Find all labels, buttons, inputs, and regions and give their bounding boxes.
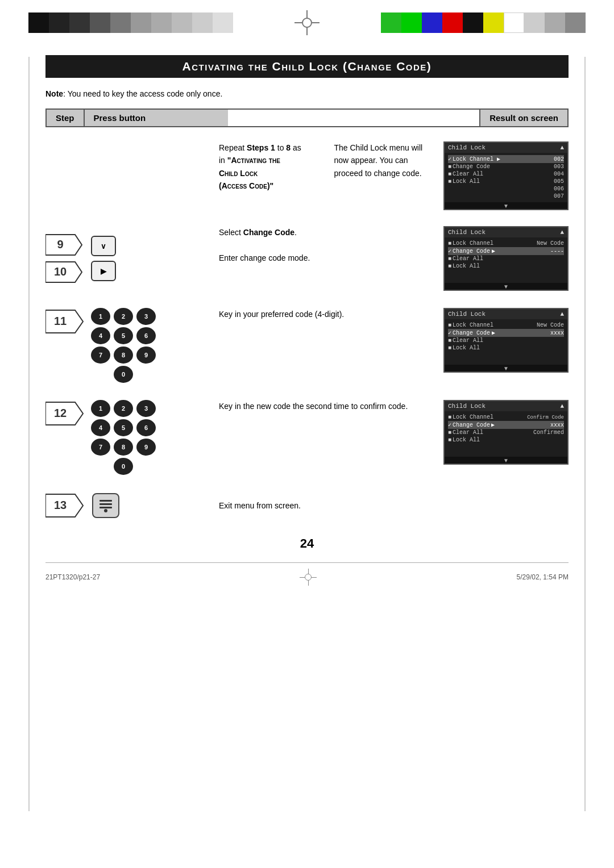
num12-btn-8[interactable]: 8 bbox=[114, 439, 133, 456]
right-border-line bbox=[584, 57, 586, 811]
svg-rect-10 bbox=[99, 500, 112, 502]
numpad-12: 1 2 3 4 5 6 7 8 9 0 bbox=[91, 400, 157, 475]
right-button[interactable]: ▶ bbox=[91, 261, 116, 281]
num-btn-5[interactable]: 5 bbox=[114, 327, 133, 344]
num-btn-8[interactable]: 8 bbox=[114, 347, 133, 364]
svg-rect-11 bbox=[99, 503, 112, 505]
footer-right: 5/29/02, 1:54 PM bbox=[517, 573, 569, 581]
menu-button[interactable] bbox=[92, 493, 119, 518]
footer-crosshair bbox=[300, 569, 317, 586]
step-12-description: Key in the new code the second time to c… bbox=[219, 402, 408, 411]
num-btn-0[interactable]: 0 bbox=[114, 366, 133, 383]
num-btn-1[interactable]: 1 bbox=[91, 308, 110, 325]
down-button[interactable]: ∨ bbox=[91, 236, 116, 256]
svg-text:13: 13 bbox=[54, 499, 67, 511]
header-press-button: Press button bbox=[85, 110, 229, 126]
step-intro-section: Repeat Steps 1 to 8 as in "Activating th… bbox=[45, 141, 569, 210]
step-badge-11: 11 bbox=[45, 308, 84, 335]
note-text: Note: You need to key the access code on… bbox=[45, 89, 569, 98]
num12-btn-6[interactable]: 6 bbox=[136, 419, 156, 436]
svg-marker-0 bbox=[45, 235, 82, 255]
step-badge-10: 10 bbox=[45, 260, 84, 285]
step-13-description: Exit menu from screen. bbox=[219, 501, 301, 510]
svg-rect-12 bbox=[99, 507, 112, 508]
footer-left: 21PT1320/p21-27 bbox=[45, 573, 100, 581]
step-numbers-9-10: 9 10 bbox=[45, 232, 84, 285]
step-badge-9: 9 bbox=[45, 232, 84, 257]
step-badge-12: 12 bbox=[45, 400, 84, 427]
num-btn-2[interactable]: 2 bbox=[114, 308, 133, 325]
numpad-11: 1 2 3 4 5 6 7 8 9 0 bbox=[91, 308, 157, 383]
num12-btn-2[interactable]: 2 bbox=[114, 400, 133, 417]
step-12-section: 12 1 2 3 4 5 6 7 8 9 0 Key in the new co… bbox=[45, 400, 569, 475]
step-9-10-description: Select Change Code.Enter change code mod… bbox=[219, 228, 310, 262]
intro-description: Repeat Steps 1 to 8 as in "Activating th… bbox=[219, 141, 317, 193]
header-step: Step bbox=[47, 110, 85, 126]
step-11-section: 11 1 2 3 4 5 6 7 8 9 0 Key in your prefe… bbox=[45, 308, 569, 383]
step-13-section: 13 Exit menu from screen. bbox=[45, 492, 569, 519]
table-header: Step Press button Result on screen bbox=[45, 108, 569, 127]
num-btn-7[interactable]: 7 bbox=[91, 347, 110, 364]
num12-btn-0[interactable]: 0 bbox=[114, 458, 133, 475]
num-btn-9[interactable]: 9 bbox=[136, 347, 156, 364]
step-11-screen: Child Lock▲ ■Lock ChannelNew Code ✓Chang… bbox=[441, 308, 569, 383]
num12-btn-5[interactable]: 5 bbox=[114, 419, 133, 436]
page-footer: 21PT1320/p21-27 5/29/02, 1:54 PM bbox=[45, 562, 569, 586]
num-btn-6[interactable]: 6 bbox=[136, 327, 156, 344]
num12-btn-1[interactable]: 1 bbox=[91, 400, 110, 417]
header-result: Result on screen bbox=[479, 110, 567, 126]
page-title: Activating the Child Lock (Change Code) bbox=[45, 55, 569, 78]
step-12-screen: Child Lock▲ ■Lock ChannelConfirm Code ✓C… bbox=[441, 400, 569, 475]
step-9-10-screen: Child Lock▲ ■Lock ChannelNew Code ✓Chang… bbox=[441, 226, 569, 291]
step-9-10-section: 9 10 ∨ ▶ Select Change Code.Enter change… bbox=[45, 226, 569, 291]
svg-text:9: 9 bbox=[57, 238, 63, 251]
num12-btn-3[interactable]: 3 bbox=[136, 400, 156, 417]
num12-btn-7[interactable]: 7 bbox=[91, 439, 110, 456]
svg-point-13 bbox=[104, 509, 107, 512]
step-11-description: Key in your preferred code (4-digit). bbox=[219, 310, 344, 319]
svg-text:10: 10 bbox=[54, 265, 67, 278]
intro-screen: Child Lock▲ ✓Lock Channel ▶002 ■Change C… bbox=[441, 141, 569, 210]
intro-description2: The Child Lock menu will now appear. You… bbox=[334, 143, 423, 178]
step-badge-13: 13 bbox=[45, 492, 84, 519]
left-border-line bbox=[28, 57, 30, 811]
buttons-9-10: ∨ ▶ bbox=[91, 236, 116, 281]
svg-text:11: 11 bbox=[54, 315, 67, 327]
num12-btn-4[interactable]: 4 bbox=[91, 419, 110, 436]
num-btn-3[interactable]: 3 bbox=[136, 308, 156, 325]
page-number: 24 bbox=[45, 536, 569, 551]
num12-btn-9[interactable]: 9 bbox=[136, 439, 156, 456]
num-btn-4[interactable]: 4 bbox=[91, 327, 110, 344]
svg-text:12: 12 bbox=[54, 407, 67, 419]
